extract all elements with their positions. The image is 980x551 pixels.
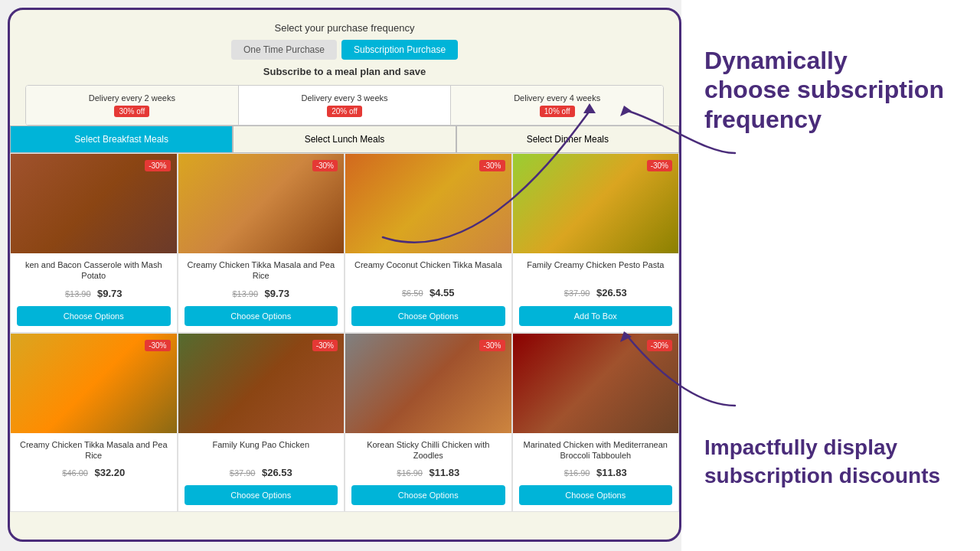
product-card-6: -30% Korean Sticky Chilli Chicken with Z…	[345, 333, 512, 513]
choose-btn-7[interactable]: Choose Options	[519, 485, 673, 505]
price-sale-6: $11.83	[429, 467, 459, 478]
product-card-5: -30% Family Kung Pao Chicken $37.90 $26.…	[178, 333, 345, 513]
product-card-1: -30% Creamy Chicken Tikka Masala and Pea…	[178, 153, 345, 333]
one-time-button[interactable]: One Time Purchase	[231, 40, 337, 60]
product-prices-2: $6.50 $4.55	[351, 285, 505, 299]
discount-badge-5: -30%	[312, 340, 338, 351]
tab-lunch[interactable]: Select Lunch Meals	[233, 126, 456, 153]
product-prices-7: $16.90 $11.83	[519, 465, 673, 479]
product-name-5: Family Kung Pao Chicken	[185, 439, 338, 461]
annotation-highlight-1: choose subscription frequency	[704, 76, 944, 132]
annotation-plain-1: Dynamically	[704, 47, 848, 74]
delivery-badge-1: 20% off	[327, 106, 362, 117]
product-prices-1: $13.90 $9.73	[185, 286, 338, 300]
product-prices-6: $16.90 $11.83	[351, 465, 505, 479]
price-sale-4: $32.20	[94, 467, 125, 478]
product-name-6: Korean Sticky Chilli Chicken with Zoodle…	[351, 439, 505, 461]
price-sale-0: $9.73	[97, 288, 122, 299]
annotation-title-1: Dynamically choose subscription frequenc…	[704, 46, 957, 134]
product-info-7: Marinated Chicken with Mediterranean Bro…	[513, 433, 679, 512]
product-prices-3: $37.90 $26.53	[519, 285, 673, 299]
product-info-0: ken and Bacon Casserole with Mash Potato…	[11, 253, 177, 332]
price-original-4: $46.00	[62, 468, 88, 478]
annotations-panel: Dynamically choose subscription frequenc…	[681, 0, 980, 551]
meal-tabs: Select Breakfast Meals Select Lunch Meal…	[10, 126, 679, 153]
product-name-3: Family Creamy Chicken Pesto Pasta	[519, 259, 673, 281]
price-sale-7: $11.83	[596, 467, 627, 478]
product-info-5: Family Kung Pao Chicken $37.90 $26.53 Ch…	[178, 433, 345, 512]
product-info-3: Family Creamy Chicken Pesto Pasta $37.90…	[513, 253, 679, 332]
product-card-7: -30% Marinated Chicken with Mediterranea…	[512, 333, 680, 513]
price-original-0: $13.90	[65, 289, 91, 298]
annotation-bottom: Impactfully display subscription discoun…	[704, 434, 940, 490]
product-card-0: -30% ken and Bacon Casserole with Mash P…	[10, 153, 178, 333]
subscription-button[interactable]: Subscription Purchase	[341, 40, 458, 60]
product-name-4: Creamy Chicken Tikka Masala and Pea Rice	[17, 439, 171, 461]
product-card-2: -30% Creamy Coconut Chicken Tikka Masala…	[345, 153, 512, 333]
choose-btn-6[interactable]: Choose Options	[351, 485, 505, 505]
purchase-frequency-section: Select your purchase frequency One Time …	[10, 22, 679, 77]
subscribe-save-label: Subscribe to a meal plan and save	[10, 66, 679, 77]
discount-badge-3: -30%	[647, 160, 672, 171]
delivery-option-1[interactable]: Delivery every 3 weeks 20% off	[239, 86, 452, 125]
delivery-options: Delivery every 2 weeks 30% off Delivery …	[25, 85, 664, 126]
delivery-option-0[interactable]: Delivery every 2 weeks 30% off	[26, 86, 239, 125]
product-prices-4: $46.00 $32.20	[17, 465, 171, 479]
product-prices-0: $13.90 $9.73	[17, 286, 171, 300]
discount-badge-4: -30%	[145, 340, 170, 351]
tab-breakfast[interactable]: Select Breakfast Meals	[10, 126, 233, 153]
product-name-1: Creamy Chicken Tikka Masala and Pea Rice	[185, 259, 338, 282]
product-info-2: Creamy Coconut Chicken Tikka Masala $6.5…	[345, 253, 511, 332]
product-name-0: ken and Bacon Casserole with Mash Potato	[17, 259, 171, 282]
price-sale-3: $26.53	[596, 287, 627, 298]
discount-badge-1: -30%	[312, 160, 338, 171]
discount-badge-7: -30%	[647, 340, 672, 351]
product-info-4: Creamy Chicken Tikka Masala and Pea Rice…	[11, 433, 177, 512]
price-sale-5: $26.53	[262, 467, 292, 478]
price-original-2: $6.50	[402, 289, 423, 298]
discount-badge-2: -30%	[479, 160, 505, 171]
delivery-badge-2: 10% off	[540, 106, 575, 117]
discount-badge-6: -30%	[479, 340, 505, 351]
price-original-6: $16.90	[397, 468, 423, 478]
delivery-label-0: Delivery every 2 weeks	[31, 93, 234, 103]
product-card-4: -30% Creamy Chicken Tikka Masala and Pea…	[10, 333, 178, 513]
price-sale-2: $4.55	[430, 287, 455, 298]
products-row-2: -30% Creamy Chicken Tikka Masala and Pea…	[10, 333, 679, 513]
annotation-plain-2: Impactfully display	[704, 435, 897, 459]
tab-dinner[interactable]: Select Dinner Meals	[456, 126, 679, 153]
annotation-title-2: Impactfully display subscription discoun…	[704, 434, 940, 490]
price-original-7: $16.90	[564, 468, 590, 478]
choose-btn-5[interactable]: Choose Options	[185, 485, 338, 505]
product-name-2: Creamy Coconut Chicken Tikka Masala	[351, 259, 505, 281]
price-original-1: $13.90	[232, 289, 258, 298]
delivery-badge-0: 30% off	[114, 106, 149, 117]
product-info-1: Creamy Chicken Tikka Masala and Pea Rice…	[178, 253, 345, 332]
main-panel: Select your purchase frequency One Time …	[8, 8, 681, 542]
product-card-3: -30% Family Creamy Chicken Pesto Pasta $…	[512, 153, 680, 333]
frequency-label: Select your purchase frequency	[10, 22, 679, 34]
add-to-box-btn-3[interactable]: Add To Box	[519, 306, 673, 326]
annotation-highlight-2: subscription discounts	[704, 464, 940, 487]
delivery-label-1: Delivery every 3 weeks	[243, 93, 446, 103]
product-info-6: Korean Sticky Chilli Chicken with Zoodle…	[345, 433, 511, 512]
price-sale-1: $9.73	[265, 288, 290, 299]
annotation-top: Dynamically choose subscription frequenc…	[704, 46, 957, 134]
price-original-3: $37.90	[564, 289, 590, 298]
choose-btn-2[interactable]: Choose Options	[351, 306, 505, 326]
price-original-5: $37.90	[230, 468, 256, 478]
products-row-1: -30% ken and Bacon Casserole with Mash P…	[10, 153, 679, 333]
delivery-option-2[interactable]: Delivery every 4 weeks 10% off	[451, 86, 663, 125]
purchase-buttons: One Time Purchase Subscription Purchase	[10, 40, 679, 60]
product-name-7: Marinated Chicken with Mediterranean Bro…	[519, 439, 673, 461]
choose-btn-0[interactable]: Choose Options	[17, 306, 171, 326]
delivery-label-2: Delivery every 4 weeks	[456, 93, 658, 103]
discount-badge-0: -30%	[145, 160, 170, 171]
product-prices-5: $37.90 $26.53	[185, 465, 338, 479]
choose-btn-1[interactable]: Choose Options	[185, 306, 338, 326]
